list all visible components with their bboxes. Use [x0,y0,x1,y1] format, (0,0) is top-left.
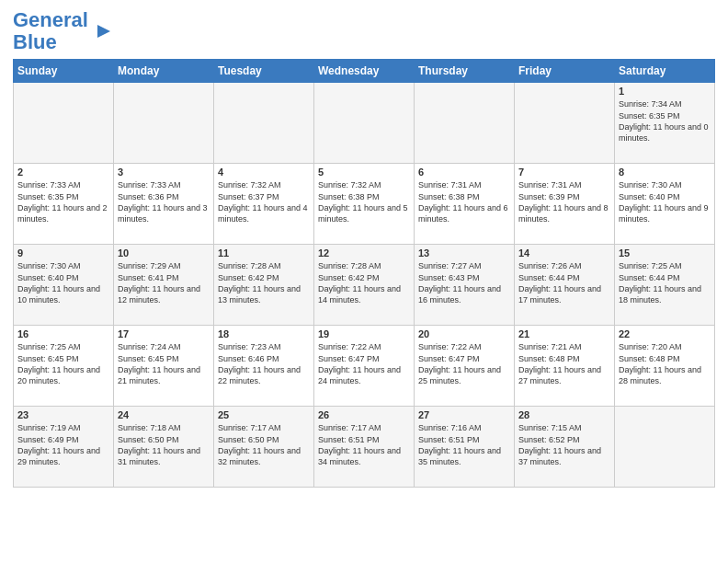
calendar-day-cell: 28Sunrise: 7:15 AM Sunset: 6:52 PM Dayli… [515,407,615,488]
calendar-day-cell: 1Sunrise: 7:34 AM Sunset: 6:35 PM Daylig… [615,83,715,164]
calendar-day-cell: 12Sunrise: 7:28 AM Sunset: 6:42 PM Dayli… [314,245,415,326]
day-number: 7 [518,167,610,178]
day-info: Sunrise: 7:15 AM Sunset: 6:52 PM Dayligh… [518,422,610,467]
day-number: 28 [518,409,610,420]
calendar-day-cell: 26Sunrise: 7:17 AM Sunset: 6:51 PM Dayli… [314,407,415,488]
day-info: Sunrise: 7:28 AM Sunset: 6:42 PM Dayligh… [318,260,410,305]
day-info: Sunrise: 7:33 AM Sunset: 6:35 PM Dayligh… [17,179,109,224]
calendar-day-header: Friday [515,60,615,83]
header: General Blue [13,9,715,53]
calendar-empty-cell [515,83,615,164]
calendar-empty-cell [615,407,715,488]
calendar-day-cell: 11Sunrise: 7:28 AM Sunset: 6:42 PM Dayli… [214,245,314,326]
day-info: Sunrise: 7:25 AM Sunset: 6:45 PM Dayligh… [17,341,109,386]
calendar-week-row: 9Sunrise: 7:30 AM Sunset: 6:40 PM Daylig… [14,245,715,326]
calendar-day-cell: 13Sunrise: 7:27 AM Sunset: 6:43 PM Dayli… [415,245,515,326]
day-number: 17 [118,328,210,339]
day-info: Sunrise: 7:23 AM Sunset: 6:46 PM Dayligh… [218,341,310,386]
day-info: Sunrise: 7:18 AM Sunset: 6:50 PM Dayligh… [118,422,210,467]
day-info: Sunrise: 7:31 AM Sunset: 6:38 PM Dayligh… [418,179,510,224]
day-number: 20 [418,328,510,339]
calendar-day-header: Tuesday [214,60,314,83]
calendar-day-cell: 17Sunrise: 7:24 AM Sunset: 6:45 PM Dayli… [114,326,214,407]
day-number: 23 [17,409,109,420]
day-number: 11 [218,247,310,259]
day-info: Sunrise: 7:24 AM Sunset: 6:45 PM Dayligh… [118,341,210,386]
day-number: 8 [619,167,711,178]
day-number: 19 [318,328,410,339]
day-info: Sunrise: 7:16 AM Sunset: 6:51 PM Dayligh… [418,422,510,467]
day-info: Sunrise: 7:34 AM Sunset: 6:35 PM Dayligh… [619,98,711,144]
day-number: 6 [418,167,510,178]
logo-blue: Blue [13,31,88,53]
calendar-day-header: Monday [114,60,214,83]
calendar-empty-cell [214,83,314,164]
day-number: 14 [518,247,610,259]
day-number: 2 [17,167,109,178]
day-number: 13 [418,247,510,259]
day-number: 25 [218,409,310,420]
calendar-week-row: 23Sunrise: 7:19 AM Sunset: 6:49 PM Dayli… [14,407,715,488]
day-info: Sunrise: 7:21 AM Sunset: 6:48 PM Dayligh… [518,341,610,386]
day-info: Sunrise: 7:31 AM Sunset: 6:39 PM Dayligh… [518,179,610,224]
calendar-day-cell: 7Sunrise: 7:31 AM Sunset: 6:39 PM Daylig… [515,164,615,245]
day-info: Sunrise: 7:28 AM Sunset: 6:42 PM Dayligh… [218,260,310,305]
calendar-day-cell: 18Sunrise: 7:23 AM Sunset: 6:46 PM Dayli… [214,326,314,407]
calendar-day-header: Sunday [14,60,114,83]
day-number: 1 [619,86,711,97]
svg-marker-0 [97,25,110,38]
day-info: Sunrise: 7:30 AM Sunset: 6:40 PM Dayligh… [17,260,109,305]
day-number: 26 [318,409,410,420]
day-info: Sunrise: 7:33 AM Sunset: 6:36 PM Dayligh… [118,179,210,224]
calendar-day-cell: 2Sunrise: 7:33 AM Sunset: 6:35 PM Daylig… [14,164,114,245]
calendar-empty-cell [314,83,415,164]
logo-arrow-icon [94,21,114,41]
day-number: 5 [318,167,410,178]
calendar-day-cell: 21Sunrise: 7:21 AM Sunset: 6:48 PM Dayli… [515,326,615,407]
day-number: 16 [17,328,109,339]
day-number: 22 [619,328,711,339]
calendar-empty-cell [114,83,214,164]
calendar-empty-cell [14,83,114,164]
calendar-day-cell: 23Sunrise: 7:19 AM Sunset: 6:49 PM Dayli… [14,407,114,488]
day-info: Sunrise: 7:22 AM Sunset: 6:47 PM Dayligh… [418,341,510,386]
day-number: 4 [218,167,310,178]
day-info: Sunrise: 7:17 AM Sunset: 6:51 PM Dayligh… [318,422,410,467]
logo-general: General [13,8,88,31]
calendar-day-cell: 3Sunrise: 7:33 AM Sunset: 6:36 PM Daylig… [114,164,214,245]
day-info: Sunrise: 7:32 AM Sunset: 6:37 PM Dayligh… [218,179,310,224]
day-info: Sunrise: 7:32 AM Sunset: 6:38 PM Dayligh… [318,179,410,224]
calendar-day-cell: 6Sunrise: 7:31 AM Sunset: 6:38 PM Daylig… [415,164,515,245]
day-number: 10 [118,247,210,259]
calendar-day-header: Wednesday [314,60,415,83]
calendar-week-row: 2Sunrise: 7:33 AM Sunset: 6:35 PM Daylig… [14,164,715,245]
day-info: Sunrise: 7:19 AM Sunset: 6:49 PM Dayligh… [17,422,109,467]
day-info: Sunrise: 7:22 AM Sunset: 6:47 PM Dayligh… [318,341,410,386]
day-number: 18 [218,328,310,339]
calendar-day-cell: 10Sunrise: 7:29 AM Sunset: 6:41 PM Dayli… [114,245,214,326]
day-info: Sunrise: 7:27 AM Sunset: 6:43 PM Dayligh… [418,260,510,305]
calendar-week-row: 1Sunrise: 7:34 AM Sunset: 6:35 PM Daylig… [14,83,715,164]
page-container: General Blue SundayMondayTuesdayWednesda… [0,0,728,563]
calendar-day-cell: 15Sunrise: 7:25 AM Sunset: 6:44 PM Dayli… [615,245,715,326]
day-number: 3 [118,167,210,178]
day-number: 24 [118,409,210,420]
logo: General Blue [13,9,114,53]
calendar-table: SundayMondayTuesdayWednesdayThursdayFrid… [13,59,715,488]
calendar-day-cell: 19Sunrise: 7:22 AM Sunset: 6:47 PM Dayli… [314,326,415,407]
calendar-header-row: SundayMondayTuesdayWednesdayThursdayFrid… [14,60,715,83]
day-info: Sunrise: 7:20 AM Sunset: 6:48 PM Dayligh… [619,341,711,386]
logo-text: General [13,9,88,31]
calendar-day-cell: 8Sunrise: 7:30 AM Sunset: 6:40 PM Daylig… [615,164,715,245]
calendar-day-cell: 16Sunrise: 7:25 AM Sunset: 6:45 PM Dayli… [14,326,114,407]
calendar-day-cell: 5Sunrise: 7:32 AM Sunset: 6:38 PM Daylig… [314,164,415,245]
day-number: 12 [318,247,410,259]
calendar-day-cell: 25Sunrise: 7:17 AM Sunset: 6:50 PM Dayli… [214,407,314,488]
day-number: 9 [17,247,109,259]
calendar-empty-cell [415,83,515,164]
day-number: 21 [518,328,610,339]
calendar-day-cell: 24Sunrise: 7:18 AM Sunset: 6:50 PM Dayli… [114,407,214,488]
day-info: Sunrise: 7:17 AM Sunset: 6:50 PM Dayligh… [218,422,310,467]
calendar-day-header: Thursday [415,60,515,83]
day-number: 15 [619,247,711,259]
